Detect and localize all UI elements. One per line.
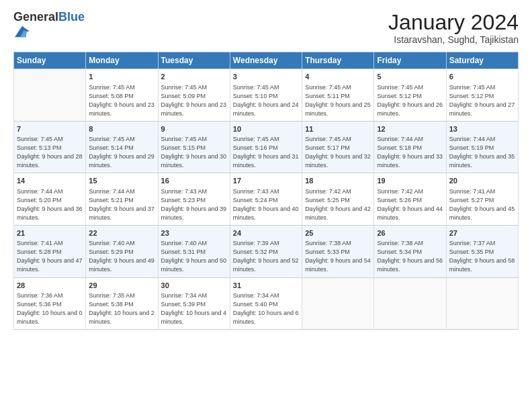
- day-info: Sunrise: 7:45 AMSunset: 5:12 PMDaylight:…: [377, 83, 443, 118]
- day-info: Sunrise: 7:41 AMSunset: 5:28 PMDaylight:…: [17, 239, 83, 274]
- day-number: 4: [305, 72, 371, 82]
- calendar-cell: 18Sunrise: 7:42 AMSunset: 5:25 PMDayligh…: [302, 173, 374, 226]
- calendar-cell: 31Sunrise: 7:34 AMSunset: 5:40 PMDayligh…: [230, 277, 302, 330]
- week-row-1: 1Sunrise: 7:45 AMSunset: 5:08 PMDaylight…: [14, 69, 519, 122]
- day-number: 28: [17, 281, 83, 291]
- calendar-cell: 23Sunrise: 7:40 AMSunset: 5:31 PMDayligh…: [158, 225, 230, 277]
- calendar-cell: 11Sunrise: 7:45 AMSunset: 5:17 PMDayligh…: [302, 121, 374, 173]
- day-number: 11: [305, 124, 371, 134]
- day-number: 6: [449, 72, 515, 82]
- day-info: Sunrise: 7:34 AMSunset: 5:39 PMDaylight:…: [161, 291, 227, 326]
- day-number: 14: [17, 176, 83, 186]
- calendar-cell: 21Sunrise: 7:41 AMSunset: 5:28 PMDayligh…: [14, 225, 86, 277]
- day-info: Sunrise: 7:44 AMSunset: 5:18 PMDaylight:…: [377, 135, 443, 170]
- calendar-cell: 20Sunrise: 7:41 AMSunset: 5:27 PMDayligh…: [446, 173, 518, 226]
- day-number: 3: [233, 72, 299, 82]
- calendar-cell: 24Sunrise: 7:39 AMSunset: 5:32 PMDayligh…: [230, 225, 302, 277]
- day-number: 22: [89, 228, 154, 238]
- calendar-cell: 2Sunrise: 7:45 AMSunset: 5:09 PMDaylight…: [158, 69, 230, 122]
- day-number: 16: [161, 176, 227, 186]
- logo-text: GeneralBlue: [13, 11, 85, 24]
- day-info: Sunrise: 7:45 AMSunset: 5:09 PMDaylight:…: [161, 83, 227, 118]
- day-number: 13: [449, 124, 515, 134]
- day-info: Sunrise: 7:45 AMSunset: 5:11 PMDaylight:…: [305, 83, 371, 118]
- day-number: 26: [377, 228, 443, 238]
- calendar-cell: 30Sunrise: 7:34 AMSunset: 5:39 PMDayligh…: [158, 277, 230, 330]
- calendar-cell: [302, 277, 374, 330]
- calendar-cell: 15Sunrise: 7:44 AMSunset: 5:21 PMDayligh…: [86, 173, 158, 226]
- day-info: Sunrise: 7:41 AMSunset: 5:27 PMDaylight:…: [449, 187, 515, 222]
- day-of-week-friday: Friday: [374, 52, 446, 69]
- day-of-week-monday: Monday: [86, 52, 158, 69]
- day-info: Sunrise: 7:45 AMSunset: 5:17 PMDaylight:…: [305, 135, 371, 170]
- day-info: Sunrise: 7:43 AMSunset: 5:23 PMDaylight:…: [161, 187, 227, 222]
- header: GeneralBlue January 2024 Istaravshan, Su…: [13, 11, 519, 45]
- day-of-week-header-row: SundayMondayTuesdayWednesdayThursdayFrid…: [14, 52, 519, 69]
- logo-blue: Blue: [58, 10, 85, 24]
- day-info: Sunrise: 7:44 AMSunset: 5:21 PMDaylight:…: [89, 187, 154, 222]
- calendar-cell: 10Sunrise: 7:45 AMSunset: 5:16 PMDayligh…: [230, 121, 302, 173]
- calendar-cell: 14Sunrise: 7:44 AMSunset: 5:20 PMDayligh…: [14, 173, 86, 226]
- day-info: Sunrise: 7:34 AMSunset: 5:40 PMDaylight:…: [233, 291, 299, 326]
- calendar-cell: 27Sunrise: 7:37 AMSunset: 5:35 PMDayligh…: [446, 225, 518, 277]
- day-number: 10: [233, 124, 299, 134]
- day-info: Sunrise: 7:44 AMSunset: 5:20 PMDaylight:…: [17, 187, 83, 222]
- calendar-body: 1Sunrise: 7:45 AMSunset: 5:08 PMDaylight…: [14, 69, 519, 330]
- week-row-5: 28Sunrise: 7:36 AMSunset: 5:36 PMDayligh…: [14, 277, 519, 330]
- day-number: 18: [305, 176, 371, 186]
- calendar-cell: 6Sunrise: 7:45 AMSunset: 5:12 PMDaylight…: [446, 69, 518, 122]
- day-info: Sunrise: 7:43 AMSunset: 5:24 PMDaylight:…: [233, 187, 299, 222]
- day-info: Sunrise: 7:35 AMSunset: 5:38 PMDaylight:…: [89, 291, 154, 326]
- day-number: 8: [89, 124, 154, 134]
- day-info: Sunrise: 7:40 AMSunset: 5:31 PMDaylight:…: [161, 239, 227, 274]
- page: GeneralBlue January 2024 Istaravshan, Su…: [0, 0, 532, 411]
- week-row-4: 21Sunrise: 7:41 AMSunset: 5:28 PMDayligh…: [14, 225, 519, 277]
- day-number: 27: [449, 228, 515, 238]
- location: Istaravshan, Sughd, Tajikistan: [388, 34, 519, 45]
- calendar-cell: 4Sunrise: 7:45 AMSunset: 5:11 PMDaylight…: [302, 69, 374, 122]
- calendar-cell: 19Sunrise: 7:42 AMSunset: 5:26 PMDayligh…: [374, 173, 446, 226]
- calendar-cell: 29Sunrise: 7:35 AMSunset: 5:38 PMDayligh…: [86, 277, 158, 330]
- calendar-cell: [14, 69, 86, 122]
- day-number: 9: [161, 124, 227, 134]
- logo: GeneralBlue: [13, 11, 85, 42]
- day-number: 25: [305, 228, 371, 238]
- day-info: Sunrise: 7:45 AMSunset: 5:08 PMDaylight:…: [89, 83, 154, 118]
- day-number: 15: [89, 176, 154, 186]
- calendar-cell: 28Sunrise: 7:36 AMSunset: 5:36 PMDayligh…: [14, 277, 86, 330]
- calendar-cell: 17Sunrise: 7:43 AMSunset: 5:24 PMDayligh…: [230, 173, 302, 226]
- day-number: 21: [17, 228, 83, 238]
- day-of-week-thursday: Thursday: [302, 52, 374, 69]
- day-number: 2: [161, 72, 227, 82]
- calendar-cell: 26Sunrise: 7:38 AMSunset: 5:34 PMDayligh…: [374, 225, 446, 277]
- day-number: 30: [161, 281, 227, 291]
- calendar-table: SundayMondayTuesdayWednesdayThursdayFrid…: [13, 52, 519, 330]
- day-number: 5: [377, 72, 443, 82]
- day-number: 23: [161, 228, 227, 238]
- day-number: 29: [89, 281, 154, 291]
- calendar-cell: 8Sunrise: 7:45 AMSunset: 5:14 PMDaylight…: [86, 121, 158, 173]
- day-info: Sunrise: 7:45 AMSunset: 5:15 PMDaylight:…: [161, 135, 227, 170]
- day-info: Sunrise: 7:38 AMSunset: 5:34 PMDaylight:…: [377, 239, 443, 274]
- calendar-cell: 7Sunrise: 7:45 AMSunset: 5:13 PMDaylight…: [14, 121, 86, 173]
- logo-icon: [15, 24, 30, 39]
- day-info: Sunrise: 7:44 AMSunset: 5:19 PMDaylight:…: [449, 135, 515, 170]
- day-number: 24: [233, 228, 299, 238]
- day-info: Sunrise: 7:38 AMSunset: 5:33 PMDaylight:…: [305, 239, 371, 274]
- day-of-week-saturday: Saturday: [446, 52, 518, 69]
- day-info: Sunrise: 7:40 AMSunset: 5:29 PMDaylight:…: [89, 239, 154, 274]
- day-info: Sunrise: 7:36 AMSunset: 5:36 PMDaylight:…: [17, 291, 83, 326]
- day-number: 20: [449, 176, 515, 186]
- day-number: 12: [377, 124, 443, 134]
- calendar-cell: 22Sunrise: 7:40 AMSunset: 5:29 PMDayligh…: [86, 225, 158, 277]
- calendar-cell: 9Sunrise: 7:45 AMSunset: 5:15 PMDaylight…: [158, 121, 230, 173]
- day-of-week-wednesday: Wednesday: [230, 52, 302, 69]
- week-row-2: 7Sunrise: 7:45 AMSunset: 5:13 PMDaylight…: [14, 121, 519, 173]
- day-info: Sunrise: 7:39 AMSunset: 5:32 PMDaylight:…: [233, 239, 299, 274]
- calendar-cell: [374, 277, 446, 330]
- day-info: Sunrise: 7:42 AMSunset: 5:25 PMDaylight:…: [305, 187, 371, 222]
- day-info: Sunrise: 7:45 AMSunset: 5:12 PMDaylight:…: [449, 83, 515, 118]
- week-row-3: 14Sunrise: 7:44 AMSunset: 5:20 PMDayligh…: [14, 173, 519, 226]
- title-block: January 2024 Istaravshan, Sughd, Tajikis…: [388, 11, 519, 45]
- calendar-cell: 13Sunrise: 7:44 AMSunset: 5:19 PMDayligh…: [446, 121, 518, 173]
